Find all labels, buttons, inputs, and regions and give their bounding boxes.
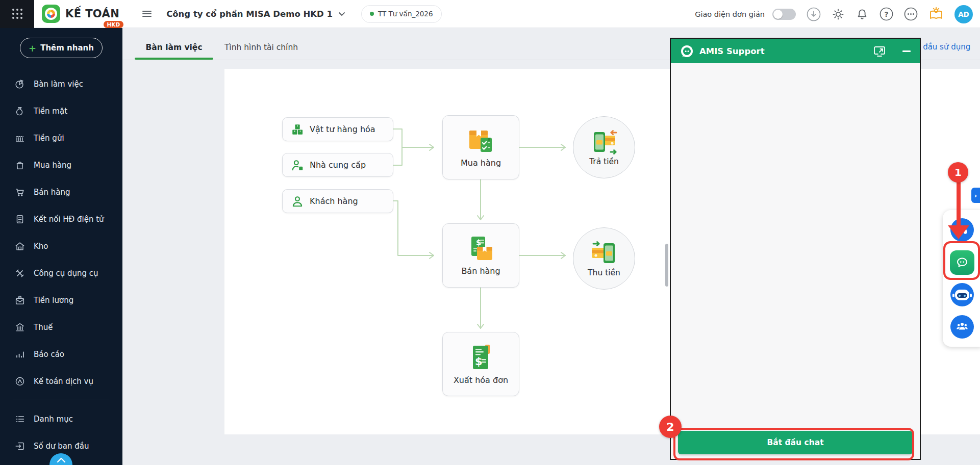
sidebar-nav: Bàn làm việc Tiền mặt Tiền gửi Mua hàng … (0, 70, 122, 459)
start-chat-button[interactable]: Bắt đầu chat (678, 431, 913, 454)
sidebar-item-bao-cao[interactable]: Báo cáo (0, 341, 122, 368)
quick-add-button[interactable]: + Thêm nhanh (20, 38, 103, 58)
grid-icon (11, 7, 24, 20)
simple-ui-toggle[interactable] (772, 9, 796, 20)
sidebar-item-ke-toan-dich-vu[interactable]: Kế toán dịch vụ (0, 368, 122, 395)
sidebar-item-kho[interactable]: Kho (0, 232, 122, 260)
sidebar-item-label: Tiền lương (34, 296, 73, 305)
active-tab-underline (135, 58, 213, 60)
purchase-icon (466, 127, 496, 154)
diagram-node-xuat-hoa-don[interactable]: $ Xuất hóa đơn (442, 332, 519, 396)
diagram-circle-label: Thu tiền (588, 268, 620, 277)
diagram-node-label: Xuất hóa đơn (454, 375, 508, 385)
diagram-box-label: Vật tư hàng hóa (310, 124, 375, 134)
invoice-icon: $ (466, 344, 496, 371)
book-lamp-icon (928, 7, 944, 22)
chat-bubble-icon (956, 256, 969, 269)
company-name: Công ty cổ phần MISA Demo HKD 1 (166, 9, 333, 19)
sidebar-item-label: Danh mục (34, 415, 73, 424)
widget-expander-tab[interactable]: › (971, 188, 980, 203)
quick-add-label: Thêm nhanh (40, 43, 94, 53)
settings-button[interactable] (832, 8, 845, 21)
diagram-circle-tra-tien[interactable]: Trả tiền (573, 116, 635, 178)
report-chart-icon (14, 349, 26, 360)
diagram-box-khach-hang[interactable]: Khách hàng (282, 189, 393, 213)
annotation-arrow (957, 179, 961, 225)
diagram-circle-label: Trả tiền (589, 157, 619, 166)
app-logo[interactable]: KẾ TOÁN HKD (42, 5, 119, 23)
opening-balance-icon (14, 441, 26, 452)
minimize-chat-button[interactable] (902, 50, 911, 52)
download-icon (807, 7, 821, 21)
misa-logo-icon (42, 5, 60, 23)
sidebar-item-ban-hang[interactable]: Bán hàng (0, 178, 122, 205)
sidebar-item-label: Kho (34, 242, 48, 251)
sidebar-item-label: Thuế (34, 323, 53, 332)
sidebar-item-tien-luong[interactable]: $ Tiền lương (0, 287, 122, 314)
minus-icon (902, 50, 911, 52)
help-button[interactable]: ? (880, 7, 893, 21)
diagram-box-label: Nhà cung cấp (310, 160, 366, 170)
tax-bank-icon (14, 322, 26, 333)
tab-workspace[interactable]: Bàn làm việc (135, 43, 213, 52)
svg-text:$: $ (475, 355, 483, 368)
dashboard-icon (14, 79, 26, 90)
supplier-icon (291, 159, 304, 172)
sidebar-item-thue[interactable]: Thuế (0, 314, 122, 341)
annotation-step-2: 2 (659, 416, 682, 438)
sidebar-item-label: Kế toán dịch vụ (34, 377, 93, 386)
sidebar-item-mua-hang[interactable]: Mua hàng (0, 151, 122, 178)
app-badge: HKD (104, 21, 124, 28)
sidebar-item-label: Công cụ dụng cụ (34, 269, 98, 278)
download-button[interactable] (807, 7, 821, 21)
diagram-node-ban-hang[interactable]: $ Bán hàng (442, 223, 519, 288)
topbar: KẾ TOÁN HKD Công ty cổ phần MISA Demo HK… (0, 0, 980, 28)
diagram-box-nha-cung-cap[interactable]: Nhà cung cấp (282, 153, 393, 177)
sidebar-item-tien-mat[interactable]: Tiền mặt (0, 97, 122, 124)
diagram-node-label: Bán hàng (461, 266, 500, 276)
community-button[interactable] (950, 315, 974, 339)
help-icon: ? (880, 7, 893, 21)
live-chat-button[interactable] (950, 250, 974, 275)
diagram-circle-thu-tien[interactable]: Thu tiền (573, 227, 635, 290)
content-scrollbar[interactable] (665, 244, 668, 287)
diagram-node-mua-hang[interactable]: Mua hàng (442, 115, 519, 179)
category-list-icon (14, 414, 26, 425)
robot-icon (955, 290, 969, 300)
menu-toggle-button[interactable] (141, 8, 153, 20)
tab-finance[interactable]: Tình hình tài chính (223, 43, 299, 52)
sidebar-item-label: Tiền gửi (34, 134, 64, 143)
tools-icon (14, 268, 26, 279)
customer-icon (291, 195, 304, 208)
sidebar-item-label: Báo cáo (34, 350, 64, 359)
people-group-icon (956, 321, 968, 333)
screen-share-button[interactable] (873, 45, 886, 57)
annotation-step-1: 1 (948, 162, 968, 183)
avatar[interactable]: AD (954, 5, 973, 23)
simple-ui-label: Giao diện đơn giản (695, 10, 765, 18)
learning-guide-button[interactable] (928, 7, 944, 22)
app-name: KẾ TOÁN (65, 8, 119, 20)
fiscal-period-badge[interactable]: TT Tư vấn_2026 (361, 5, 442, 23)
notifications-button[interactable] (856, 8, 869, 21)
cart-icon (14, 187, 26, 198)
sidebar-item-label: Bàn làm việc (34, 80, 83, 89)
sidebar: + Thêm nhanh Bàn làm việc Tiền mặt Tiền … (0, 28, 122, 465)
hamburger-icon (141, 8, 153, 20)
e-invoice-icon (14, 214, 26, 225)
app-window: KẾ TOÁN HKD Công ty cổ phần MISA Demo HK… (0, 0, 980, 465)
app-grid-button[interactable] (0, 0, 34, 28)
sidebar-item-cong-cu-dung-cu[interactable]: Công cụ dụng cụ (0, 260, 122, 287)
sidebar-item-label: Bán hàng (34, 188, 70, 197)
more-button[interactable] (904, 7, 918, 21)
company-selector[interactable]: Công ty cổ phần MISA Demo HKD 1 (166, 9, 346, 19)
chatbot-button[interactable] (950, 283, 974, 306)
diagram-box-vat-tu-hang-hoa[interactable]: Vật tư hàng hóa (282, 117, 393, 141)
chat-header[interactable]: AMIS Support (671, 39, 920, 63)
sidebar-item-tien-gui[interactable]: Tiền gửi (0, 124, 122, 151)
sidebar-item-ban-lam-viec[interactable]: Bàn làm việc (0, 70, 122, 97)
sidebar-item-danh-muc[interactable]: Danh mục (0, 405, 122, 432)
amis-support-logo-icon (680, 44, 694, 58)
sidebar-item-ket-noi-hd-dien-tu[interactable]: Kết nối HĐ điện tử (0, 205, 122, 232)
chat-title: AMIS Support (699, 46, 868, 56)
